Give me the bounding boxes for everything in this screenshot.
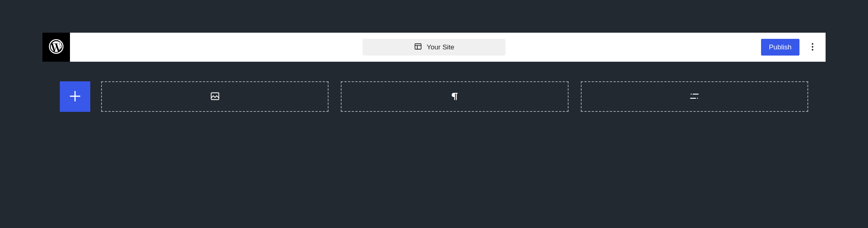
block-placeholder-list[interactable]: [581, 81, 808, 112]
editor-topbar: Your Site Publish: [42, 33, 826, 62]
plus-icon: [68, 89, 82, 104]
svg-rect-1: [415, 44, 421, 49]
block-placeholders-row: [101, 81, 808, 112]
svg-point-4: [812, 43, 813, 44]
block-placeholder-image[interactable]: [101, 81, 328, 112]
svg-point-5: [812, 46, 813, 47]
add-block-button[interactable]: [60, 81, 90, 112]
svg-rect-9: [211, 93, 219, 99]
paragraph-icon: [450, 91, 460, 102]
wordpress-logo-icon: [48, 38, 64, 56]
block-placeholder-paragraph[interactable]: [341, 81, 568, 112]
more-options-button[interactable]: [805, 40, 820, 54]
image-icon: [210, 91, 220, 102]
list-icon: [689, 91, 699, 102]
editor-canvas: [42, 62, 826, 112]
editor-frame: Your Site Publish: [42, 33, 826, 228]
svg-point-11: [691, 93, 692, 94]
publish-button[interactable]: Publish: [761, 39, 799, 56]
svg-point-6: [812, 49, 813, 50]
site-title-chip[interactable]: Your Site: [363, 39, 505, 56]
kebab-menu-icon: [811, 42, 814, 52]
layout-icon: [414, 42, 422, 53]
wordpress-logo-button[interactable]: [42, 33, 70, 62]
site-title-label: Your Site: [427, 43, 454, 51]
svg-point-13: [697, 98, 698, 99]
